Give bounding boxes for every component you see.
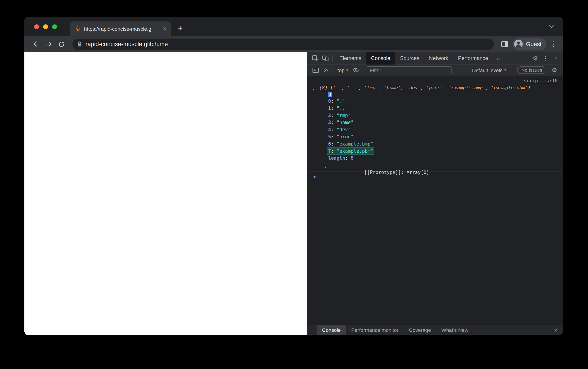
preview-separator: ,: [401, 85, 406, 90]
tab-performance[interactable]: Performance: [453, 52, 493, 64]
array-count: (8): [319, 85, 328, 90]
tab-elements[interactable]: Elements: [335, 52, 366, 64]
tab-close-icon[interactable]: ×: [161, 26, 168, 32]
preview-string: '..': [347, 85, 358, 90]
drawer-tab-performance-monitor[interactable]: Performance monitor: [346, 325, 404, 335]
avatar: [514, 39, 523, 49]
preview-separator: ,: [486, 85, 491, 90]
preview-separator: ,: [342, 85, 347, 90]
window-zoom-button[interactable]: [52, 24, 57, 29]
devtools-menu-icon[interactable]: ⋮: [540, 53, 550, 63]
console-sidebar-icon[interactable]: [311, 65, 321, 75]
array-entry-row: 7: "example.pbm": [307, 147, 563, 154]
drawer-close-icon[interactable]: ×: [552, 327, 563, 333]
array-entry-row: 5: "proc": [307, 133, 563, 140]
entry-value: "..": [336, 105, 348, 111]
drawer-menu-icon[interactable]: ⋮: [307, 327, 317, 333]
more-tabs-icon[interactable]: »: [493, 55, 504, 61]
forward-button[interactable]: [42, 38, 55, 50]
drawer-tab-coverage[interactable]: Coverage: [404, 325, 436, 335]
browser-window: https://rapid-concise-muscle.g × +: [24, 17, 563, 335]
source-link[interactable]: script.js:10: [524, 78, 558, 83]
tab-search-chevron-icon[interactable]: [549, 25, 554, 28]
log-levels-selector[interactable]: Default levels ▾: [469, 67, 508, 73]
profile-chip[interactable]: Guest: [513, 38, 546, 50]
bracket: [: [330, 85, 333, 90]
entry-key: 2: [328, 113, 331, 118]
drawer-tab-whats-new[interactable]: What's New: [436, 325, 474, 335]
inspect-element-icon[interactable]: [310, 53, 320, 63]
execution-context-selector[interactable]: top ▾: [335, 67, 351, 73]
settings-gear-icon[interactable]: ⚙: [530, 53, 540, 63]
window-controls: [24, 17, 57, 36]
log-message: ▼ (8)['.', '..', 'tmp', 'home', 'dev', '…: [307, 84, 563, 91]
prototype-label: [[Prototype]]: [364, 170, 401, 175]
back-button[interactable]: [30, 38, 42, 50]
tab-network[interactable]: Network: [424, 52, 453, 64]
preview-string: 'home': [384, 85, 401, 90]
drawer-tab-console[interactable]: Console: [317, 325, 346, 335]
filter-input[interactable]: [367, 66, 451, 74]
array-entry-row: 6: "example.bmp": [307, 140, 563, 147]
entry-value: "dev": [336, 127, 351, 132]
reload-button[interactable]: [55, 38, 68, 50]
device-toolbar-icon[interactable]: [320, 53, 330, 63]
preview-separator: ,: [421, 85, 426, 90]
console-output[interactable]: script.js:10 ▼ (8)['.', '..', 'tmp', 'ho…: [307, 76, 563, 325]
entry-key: 7: [328, 148, 331, 154]
entry-value: "example.pbm": [336, 148, 373, 154]
chevron-down-icon: ▾: [346, 68, 348, 72]
browser-tab[interactable]: https://rapid-concise-muscle.g ×: [70, 21, 171, 36]
preview-string: 'tmp': [364, 85, 378, 90]
array-entry-row: length: 8: [307, 154, 563, 162]
devtools-panel: Elements Console Sources Network Perform…: [307, 52, 563, 335]
prototype-value: Array(0): [407, 170, 429, 175]
prototype-row: ▶[[Prototype]]: Array(0): [307, 162, 563, 169]
devtools-drawer: ⋮ Console Performance monitor Coverage W…: [307, 325, 563, 335]
entry-value: "example.bmp": [336, 141, 373, 147]
entry-value: 8: [351, 155, 354, 161]
lazy-eval-info-row: i: [307, 91, 563, 97]
side-panel-button[interactable]: [498, 38, 511, 50]
tab-sources[interactable]: Sources: [395, 52, 424, 64]
browser-tab-strip: https://rapid-concise-muscle.g × +: [24, 17, 563, 36]
tab-console[interactable]: Console: [366, 52, 395, 64]
url-text: rapid-concise-muscle.glitch.me: [86, 41, 168, 48]
entry-key: 4: [328, 127, 331, 132]
entry-value: ".": [336, 98, 345, 104]
browser-menu-icon[interactable]: ⋮: [548, 38, 559, 50]
party-popper-icon: [75, 26, 81, 32]
lock-icon[interactable]: [77, 41, 82, 47]
page-viewport[interactable]: [24, 52, 307, 335]
new-tab-button[interactable]: +: [175, 23, 186, 34]
browser-toolbar: rapid-concise-muscle.glitch.me: [24, 36, 563, 52]
devtools-close-icon[interactable]: ×: [551, 53, 561, 63]
address-bar[interactable]: rapid-concise-muscle.glitch.me: [72, 39, 494, 50]
divider: [332, 55, 333, 61]
console-settings-gear-icon[interactable]: ⚙: [549, 65, 559, 75]
window-close-button[interactable]: [34, 24, 39, 29]
preview-string: 'example.bmp': [449, 85, 486, 90]
entry-key: 1: [328, 105, 331, 111]
clear-console-icon[interactable]: ⊘: [321, 65, 331, 75]
issues-badge[interactable]: No Issues: [517, 66, 546, 74]
array-entries: 0: "."1: ".."2: "tmp"3: "home"4: "dev"5:…: [307, 97, 563, 162]
entry-value: "home": [336, 120, 354, 125]
chevron-down-icon: ▾: [504, 68, 506, 72]
divider: [512, 67, 513, 73]
expand-triangle-icon[interactable]: ▶: [325, 164, 326, 171]
entry-key: 5: [328, 134, 331, 140]
info-icon[interactable]: i: [328, 92, 332, 96]
divider: [333, 67, 333, 73]
array-entry-row: 3: "home": [307, 119, 563, 126]
window-minimize-button[interactable]: [43, 24, 48, 29]
browser-content: Elements Console Sources Network Perform…: [24, 52, 563, 335]
profile-name: Guest: [526, 41, 541, 48]
screen: https://rapid-concise-muscle.g × +: [0, 0, 588, 369]
preview-separator: ,: [378, 85, 384, 90]
collapse-triangle-icon[interactable]: ▼: [312, 86, 314, 93]
eye-icon[interactable]: [351, 65, 361, 75]
array-entry-row: 4: "dev": [307, 126, 563, 133]
preview-string: '.': [333, 85, 342, 90]
array-entry-row: 2: "tmp": [307, 112, 563, 119]
